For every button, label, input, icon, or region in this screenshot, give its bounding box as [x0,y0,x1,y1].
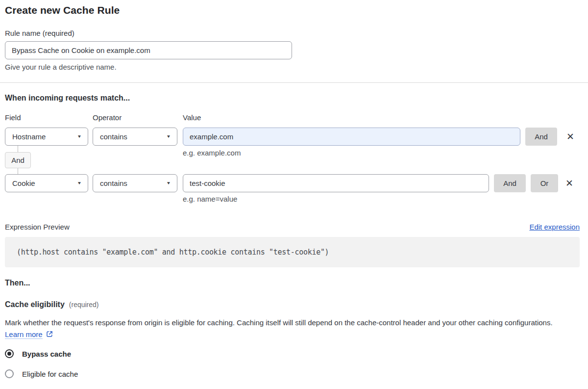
expression-code-block: (http.host contains "example.com" and ht… [5,237,580,267]
operator-select-row1-value: contains [100,132,127,141]
chevron-down-icon: ▼ [77,134,82,139]
radio-icon [5,349,14,358]
operator-select-row1[interactable]: contains ▼ [93,128,177,146]
required-note: (required) [69,301,99,309]
value-hint-row2: e.g. name=value [183,195,237,203]
and-button-row2[interactable]: And [494,174,526,192]
chevron-down-icon: ▼ [166,181,171,185]
then-heading: Then... [5,279,30,287]
learn-more-link[interactable]: Learn more [5,330,43,339]
radio-bypass-cache[interactable]: Bypass cache [5,349,71,358]
close-icon[interactable]: ✕ [563,174,576,192]
close-icon[interactable]: ✕ [564,128,577,146]
rule-name-label: Rule name (required) [5,29,74,37]
connector-and-button[interactable]: And [5,152,31,168]
radio-eligible-for-cache-label: Eligible for cache [22,370,78,378]
value-input-row1[interactable] [183,128,520,146]
expression-code: (http.host contains "example.com" and ht… [17,248,329,257]
section-divider [0,82,588,83]
or-button-row2[interactable]: Or [531,174,558,192]
connector-line-top [18,146,18,152]
cache-eligibility-heading-row: Cache eligibility(required) [5,300,99,309]
operator-select-row2-value: contains [100,179,127,187]
create-cache-rule-form: Create new Cache Rule Rule name (require… [0,0,588,389]
column-label-value: Value [183,113,201,122]
rule-name-helper: Give your rule a descriptive name. [5,63,117,71]
chevron-down-icon: ▼ [77,181,82,185]
description-text: Mark whether the request's response from… [5,318,553,327]
chevron-down-icon: ▼ [166,134,171,139]
connector-line-bottom [18,168,18,174]
field-select-row1-value: Hostname [12,132,46,141]
external-link-icon [46,330,53,338]
value-input-row2[interactable] [183,174,489,192]
field-select-row2[interactable]: Cookie ▼ [5,174,88,192]
value-hint-row1: e.g. example.com [183,149,241,157]
and-button-row1[interactable]: And [525,128,557,146]
column-label-operator: Operator [93,113,122,122]
radio-icon [5,369,14,378]
radio-eligible-for-cache[interactable]: Eligible for cache [5,369,78,378]
column-label-field: Field [5,113,21,122]
operator-select-row2[interactable]: contains ▼ [93,174,177,192]
radio-bypass-cache-label: Bypass cache [22,350,71,358]
field-select-row1[interactable]: Hostname ▼ [5,128,88,146]
rule-name-input[interactable] [5,41,292,59]
edit-expression-link[interactable]: Edit expression [529,223,580,231]
match-heading: When incoming requests match... [5,94,130,103]
page-title: Create new Cache Rule [5,4,120,16]
field-select-row2-value: Cookie [12,179,35,187]
cache-eligibility-heading: Cache eligibility [5,300,65,309]
cache-eligibility-description: Mark whether the request's response from… [5,317,569,340]
expression-preview-label: Expression Preview [5,223,70,231]
